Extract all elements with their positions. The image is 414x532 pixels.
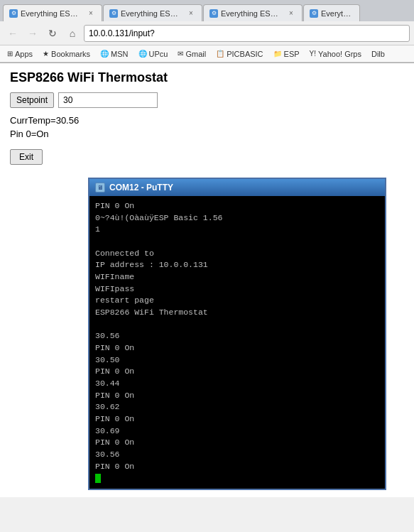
tab-icon-4: ⚙ xyxy=(310,9,318,18)
refresh-button[interactable]: ↻ xyxy=(44,25,61,42)
browser-tab-3[interactable]: ⚙ Everything ESP8266 - × xyxy=(203,4,303,21)
tab-label-1: Everything ESP8266 - xyxy=(21,9,83,18)
browser-tab-2[interactable]: ⚙ Everything ESP8266 - × xyxy=(103,4,202,21)
tab-close-2[interactable]: × xyxy=(186,9,196,18)
star-icon: ★ xyxy=(43,50,49,58)
esp-icon: 📁 xyxy=(273,50,282,58)
navigation-bar: ← → ↻ ⌂ xyxy=(0,21,414,45)
browser-tab-4[interactable]: ⚙ Everything xyxy=(303,4,360,21)
bookmark-bookmarks-label: Bookmarks xyxy=(51,50,90,58)
page-content: ESP8266 WiFi Thermostat Setpoint CurrTem… xyxy=(0,63,414,497)
terminal-cursor xyxy=(95,474,101,483)
address-bar[interactable] xyxy=(84,25,410,42)
bookmark-upcu[interactable]: 🌐 UPcu xyxy=(136,50,171,58)
apps-icon: ⊞ xyxy=(7,50,13,58)
bookmark-apps-label: Apps xyxy=(15,50,33,58)
browser-tab-1[interactable]: ⚙ Everything ESP8266 - × xyxy=(3,4,102,21)
putty-titlebar: 🖥 COM12 - PuTTY xyxy=(89,179,385,196)
bookmark-dilb-label: Dilb xyxy=(371,50,385,58)
gmail-icon: ✉ xyxy=(178,50,183,58)
tab-icon-3: ⚙ xyxy=(209,9,218,18)
bookmark-msn-label: MSN xyxy=(111,50,128,58)
pin-status-display: Pin 0=On xyxy=(10,129,404,139)
tab-close-3[interactable]: × xyxy=(286,9,296,18)
putty-window-icon: 🖥 xyxy=(95,183,105,192)
forward-button[interactable]: → xyxy=(24,25,41,42)
tab-label-3: Everything ESP8266 - xyxy=(221,9,283,18)
picbasic-icon: 📋 xyxy=(216,50,224,58)
tab-label-2: Everything ESP8266 - xyxy=(121,9,183,18)
bookmark-bookmarks[interactable]: ★ Bookmarks xyxy=(40,50,93,58)
curr-temp-display: CurrTemp=30.56 xyxy=(10,115,404,126)
putty-terminal[interactable]: PIN 0 On 0~?4ù!(OàaùÿESP Basic 1.56 1 Co… xyxy=(89,196,385,489)
bookmark-yahoo-label: Yahoo! Grps xyxy=(318,50,361,58)
tab-close-1[interactable]: × xyxy=(86,9,96,18)
putty-window: 🖥 COM12 - PuTTY PIN 0 On 0~?4ù!(OàaùÿESP… xyxy=(88,178,386,490)
bookmark-picbasic-label: PICBASIC xyxy=(227,50,263,58)
bookmarks-bar: ⊞ Apps ★ Bookmarks 🌐 MSN 🌐 UPcu ✉ Gmail … xyxy=(0,45,414,63)
setpoint-input[interactable] xyxy=(58,92,158,108)
msn-icon: 🌐 xyxy=(100,50,109,58)
exit-button[interactable]: Exit xyxy=(10,149,43,165)
home-button[interactable]: ⌂ xyxy=(64,25,81,42)
tab-icon-2: ⚙ xyxy=(109,9,118,18)
tab-bar: ⚙ Everything ESP8266 - × ⚙ Everything ES… xyxy=(0,0,414,21)
back-button[interactable]: ← xyxy=(4,25,21,42)
tab-label-4: Everything xyxy=(321,9,354,18)
setpoint-row: Setpoint xyxy=(10,92,404,108)
setpoint-button[interactable]: Setpoint xyxy=(10,92,54,108)
bookmark-gmail-label: Gmail xyxy=(185,50,206,58)
bookmark-picbasic[interactable]: 📋 PICBASIC xyxy=(213,50,266,58)
bookmark-dilb[interactable]: Dilb xyxy=(369,50,388,58)
yahoo-icon: Y! xyxy=(310,50,316,58)
bookmark-gmail[interactable]: ✉ Gmail xyxy=(175,50,209,58)
browser-chrome: ⚙ Everything ESP8266 - × ⚙ Everything ES… xyxy=(0,0,414,63)
bookmark-msn[interactable]: 🌐 MSN xyxy=(97,50,131,58)
upcu-icon: 🌐 xyxy=(138,50,147,58)
bookmark-esp[interactable]: 📁 ESP xyxy=(271,50,303,58)
tab-icon-1: ⚙ xyxy=(9,9,18,18)
bookmark-upcu-label: UPcu xyxy=(149,50,168,58)
page-title: ESP8266 WiFi Thermostat xyxy=(10,70,404,85)
bookmark-yahoo[interactable]: Y! Yahoo! Grps xyxy=(307,50,364,58)
putty-title-text: COM12 - PuTTY xyxy=(109,183,379,192)
bookmark-esp-label: ESP xyxy=(284,50,300,58)
bookmark-apps[interactable]: ⊞ Apps xyxy=(4,50,36,58)
